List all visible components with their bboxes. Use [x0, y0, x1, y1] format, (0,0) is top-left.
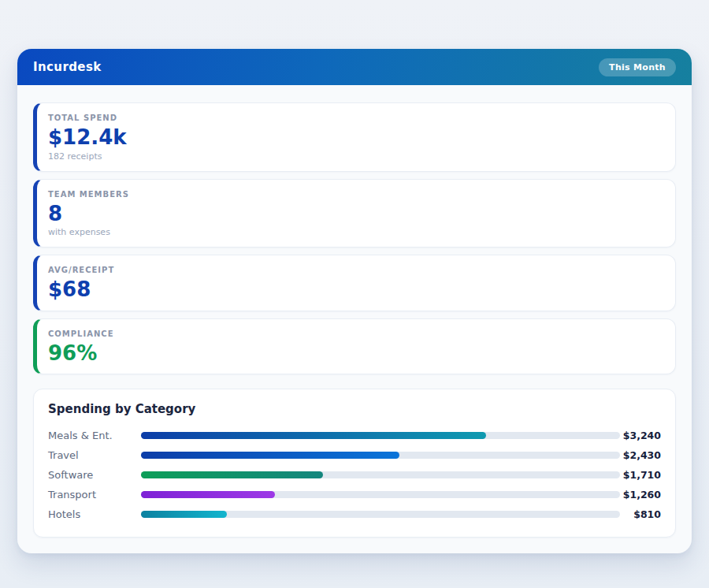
bar-track	[141, 511, 620, 518]
bar-value: $3,240	[620, 430, 661, 441]
chart-row: Transport $1,260	[48, 485, 661, 504]
stat-value: 8	[48, 203, 663, 225]
category-label: Travel	[48, 449, 141, 461]
bar-fill	[141, 452, 399, 459]
category-label: Transport	[48, 489, 141, 501]
app-container: Incurdesk This Month TOTAL SPEND $12.4k …	[17, 49, 692, 553]
chart-row: Hotels $810	[48, 504, 661, 524]
stat-label: TOTAL SPEND	[48, 114, 663, 122]
bar-track	[141, 471, 620, 478]
stat-value: $68	[48, 278, 663, 301]
bar-value: $1,260	[620, 489, 661, 501]
stats-list: TOTAL SPEND $12.4k 182 receipts TEAM MEM…	[33, 102, 676, 374]
category-label: Hotels	[48, 508, 141, 520]
dashboard-content: TOTAL SPEND $12.4k 182 receipts TEAM MEM…	[17, 85, 692, 553]
chart-rows: Meals & Ent. $3,240 Travel $2,430 Softwa…	[48, 426, 661, 524]
chart-title: Spending by Category	[48, 402, 661, 416]
stat-card: AVG/RECEIPT $68	[33, 255, 676, 311]
bar-value: $2,430	[620, 449, 661, 461]
bar-track	[141, 432, 620, 439]
stat-sub: with expenses	[48, 227, 663, 237]
bar-value: $1,710	[620, 469, 661, 481]
stat-value: $12.4k	[48, 126, 663, 149]
app-header: Incurdesk This Month	[17, 49, 692, 85]
stat-label: TEAM MEMBERS	[48, 190, 663, 199]
chart-row: Meals & Ent. $3,240	[48, 426, 661, 445]
category-label: Meals & Ent.	[48, 430, 141, 441]
bar-track	[141, 452, 620, 459]
bar-track	[141, 491, 620, 498]
bar-value: $810	[620, 508, 661, 520]
chart-row: Software $1,710	[48, 465, 661, 485]
stat-value: 96%	[48, 342, 663, 365]
chart-row: Travel $2,430	[48, 445, 661, 465]
stat-card: TEAM MEMBERS 8 with expenses	[33, 179, 676, 248]
bar-fill	[141, 511, 227, 518]
bar-fill	[141, 432, 486, 439]
period-badge[interactable]: This Month	[599, 58, 676, 76]
stat-card: COMPLIANCE 96%	[33, 318, 676, 375]
bar-fill	[141, 471, 323, 478]
stat-label: AVG/RECEIPT	[48, 266, 663, 274]
app-title: Incurdesk	[33, 60, 102, 74]
spending-chart-card: Spending by Category Meals & Ent. $3,240…	[33, 389, 676, 538]
stat-label: COMPLIANCE	[48, 329, 663, 338]
stat-card: TOTAL SPEND $12.4k 182 receipts	[33, 102, 676, 172]
category-label: Software	[48, 469, 141, 481]
stat-sub: 182 receipts	[48, 151, 663, 162]
bar-fill	[141, 491, 275, 498]
